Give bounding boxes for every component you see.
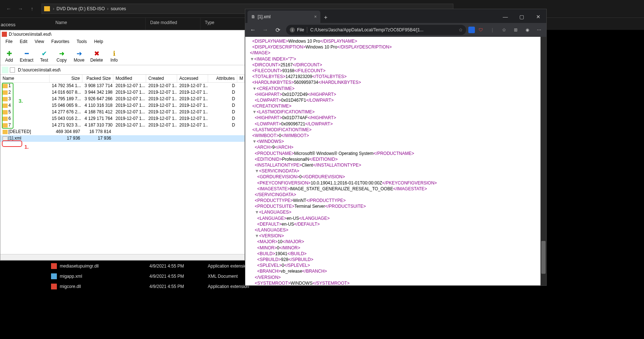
xml-line: <DISPLAYDESCRIPTION>Windows 10 Pro</DISP…	[247, 44, 546, 50]
explorer-list: mediasetupuimgr.dll4/9/2021 4:55 PMAppli…	[51, 261, 273, 292]
tool-test[interactable]: ✔Test	[35, 47, 53, 65]
file-icon	[10, 67, 15, 73]
collections-icon[interactable]: ⊞	[510, 25, 522, 35]
browser-refresh-button[interactable]: ⟳	[272, 24, 284, 36]
xml-line: <HIGHPART>0x01D774AF</HIGHPART>	[247, 115, 546, 121]
tab-close-icon[interactable]: ×	[314, 14, 317, 19]
new-tab-button[interactable]: +	[320, 12, 331, 23]
browser-tab[interactable]: 🗎 [1].xml ×	[247, 11, 320, 23]
url-path: C:/Users/Jascha/AppData/Local/Temp/7zOC6…	[310, 27, 424, 32]
file-row[interactable]: 514 277 676 2...4 168 781 4122019-12-07 …	[0, 109, 245, 116]
maximize-button[interactable]: ▢	[514, 11, 530, 23]
menu-item-tools[interactable]: Tools	[73, 38, 90, 46]
sevenzip-app-icon	[2, 32, 7, 37]
column-name[interactable]: Name	[51, 18, 146, 30]
browser-back-button[interactable]: ←	[247, 24, 259, 36]
explorer-row[interactable]: migapp.xml4/9/2021 4:55 PMXML Document	[51, 271, 273, 281]
xml-line: ▼<SERVICINGDATA>	[247, 168, 546, 174]
tool-info[interactable]: ℹInfo	[105, 47, 123, 65]
xml-line: <LOWPART>0x01D467F1</LOWPART>	[247, 97, 546, 103]
up-arrow-icon[interactable]	[2, 67, 8, 73]
tab-title: [1].xml	[258, 14, 270, 19]
browser-content-xml[interactable]: <DISPLAYNAME>Windows 10 Pro</DISPLAYNAME…	[245, 37, 546, 285]
file-row[interactable]: 214 016 607 8...3 944 342 1982019-12-07 …	[0, 89, 245, 96]
dll-icon	[51, 263, 57, 269]
file-row[interactable]: [DELETED]469 304 89716 778 814	[0, 129, 245, 135]
sevenzip-path-input[interactable]	[16, 67, 243, 73]
col-modified[interactable]: Modified	[113, 75, 146, 82]
extension-icon[interactable]: 🛡	[475, 25, 487, 35]
column-type[interactable]: Type	[200, 18, 251, 30]
xml-line: <WIMBOOT>0</WIMBOOT>	[247, 133, 546, 139]
xml-line: <FILECOUNT>93168</FILECOUNT>	[247, 68, 546, 74]
explorer-up-button[interactable]: ↑	[26, 3, 38, 15]
annotation-red-label: 1.	[24, 144, 29, 150]
col-name[interactable]: Name	[0, 75, 50, 82]
xml-line: <GDRDUREVISION>0</GDRDUREVISION>	[247, 174, 546, 180]
sevenzip-menubar: FileEditViewFavoritesToolsHelp	[0, 38, 245, 46]
tool-extract[interactable]: ━Extract	[18, 47, 35, 65]
horizontal-scrollbar[interactable]	[0, 254, 245, 260]
explorer-back-button[interactable]: ←	[3, 3, 15, 15]
sevenzip-list-header: Name Size Packed Size Modified Created A…	[0, 75, 245, 83]
sevenzip-toolbar: ✚Add━Extract✔Test➜Copy➔Move✖DeleteℹInfo	[0, 46, 245, 65]
xml-line: <LOWPART>0x09096721</LOWPART>	[247, 121, 546, 127]
col-m[interactable]: M	[237, 75, 245, 82]
sevenzip-path-bar	[0, 65, 245, 75]
folder-icon	[44, 6, 50, 11]
xml-line: <PRODUCTSUITE>Terminal Server</PRODUCTSU…	[247, 203, 546, 209]
file-row[interactable]: 314 795 189 7...3 926 647 2662019-12-07 …	[0, 96, 245, 102]
xml-line: <ARCH>9</ARCH>	[247, 144, 546, 150]
tool-add[interactable]: ✚Add	[0, 47, 18, 65]
col-created[interactable]: Created	[146, 75, 177, 82]
xml-line: </LASTMODIFICATIONTIME>	[247, 127, 546, 133]
tool-move[interactable]: ➔Move	[70, 47, 88, 65]
browser-url-bar[interactable]: i File C:/Users/Jascha/AppData/Local/Tem…	[286, 25, 466, 35]
xml-line: ▼<WINDOWS>	[247, 139, 546, 144]
menu-item-view[interactable]: View	[31, 38, 48, 46]
sevenzip-window: D:\sources\install.esd\ FileEditViewFavo…	[0, 30, 245, 261]
xml-line: <MINOR>0</MINOR>	[247, 245, 546, 251]
breadcrumb-segment[interactable]: sources	[109, 6, 128, 11]
close-button[interactable]: ✕	[530, 11, 546, 23]
menu-icon[interactable]: ⋯	[533, 25, 545, 35]
menu-item-file[interactable]: File	[2, 38, 16, 46]
col-accessed[interactable]: Accessed	[177, 75, 208, 82]
file-row[interactable]: 615 043 016 2...4 129 171 7642019-12-07 …	[0, 116, 245, 122]
col-attributes[interactable]: Attributes	[208, 75, 237, 82]
browser-forward-button[interactable]: →	[259, 24, 272, 36]
file-row[interactable]: 714 271 923 3...4 187 310 7302019-12-07 …	[0, 122, 245, 129]
favorites-icon[interactable]: ✩	[498, 25, 510, 35]
explorer-forward-button[interactable]: →	[15, 3, 26, 15]
xml-line: <DIRCOUNT>25167</DIRCOUNT>	[247, 62, 546, 68]
explorer-row[interactable]: mediasetupuimgr.dll4/9/2021 4:55 PMAppli…	[51, 261, 273, 271]
minimize-button[interactable]: ―	[497, 11, 514, 23]
file-row[interactable]: [1].xml17 93617 936	[0, 135, 245, 142]
browser-window: 🗎 [1].xml × + ― ▢ ✕ ← → ⟳ i File C:/User…	[245, 9, 547, 286]
xml-icon	[51, 273, 57, 279]
xml-line: <INSTALLATIONTYPE>Client</INSTALLATIONTY…	[247, 162, 546, 168]
extension-icon[interactable]	[468, 27, 475, 33]
vertical-scrollbar[interactable]	[540, 37, 546, 285]
favorite-icon[interactable]: ✩	[459, 27, 462, 32]
col-size[interactable]: Size	[50, 75, 82, 82]
page-info-icon[interactable]: i	[290, 27, 295, 32]
tool-copy[interactable]: ➜Copy	[53, 47, 70, 65]
sevenzip-titlebar[interactable]: D:\sources\install.esd\	[0, 30, 245, 38]
explorer-row[interactable]: migcore.dll4/9/2021 4:55 PMApplication e…	[51, 281, 273, 292]
profile-icon[interactable]: ◉	[522, 25, 533, 35]
menu-item-edit[interactable]: Edit	[16, 38, 31, 46]
tool-delete[interactable]: ✖Delete	[88, 47, 105, 65]
xml-line: </CREATIONTIME>	[247, 103, 546, 109]
file-row[interactable]: 114 792 354 1...3 908 137 7142019-12-07 …	[0, 83, 245, 89]
sevenzip-file-list[interactable]: 114 792 354 1...3 908 137 7142019-12-07 …	[0, 83, 245, 254]
browser-titlebar: 🗎 [1].xml × + ― ▢ ✕	[245, 9, 546, 23]
file-row[interactable]: 415 046 065 9...4 110 316 3182019-12-07 …	[0, 102, 245, 109]
column-date[interactable]: Date modified	[146, 18, 200, 30]
menu-item-favorites[interactable]: Favorites	[48, 38, 73, 46]
breadcrumb-segment[interactable]: DVD Drive (D:) ESD-ISO	[55, 6, 106, 11]
col-packed[interactable]: Packed Size	[82, 75, 113, 82]
annotation-green-label: 3.	[19, 98, 23, 104]
xml-line: <PRODUCTNAME>Microsoft® Windows® Operati…	[247, 151, 546, 156]
menu-item-help[interactable]: Help	[90, 38, 107, 46]
